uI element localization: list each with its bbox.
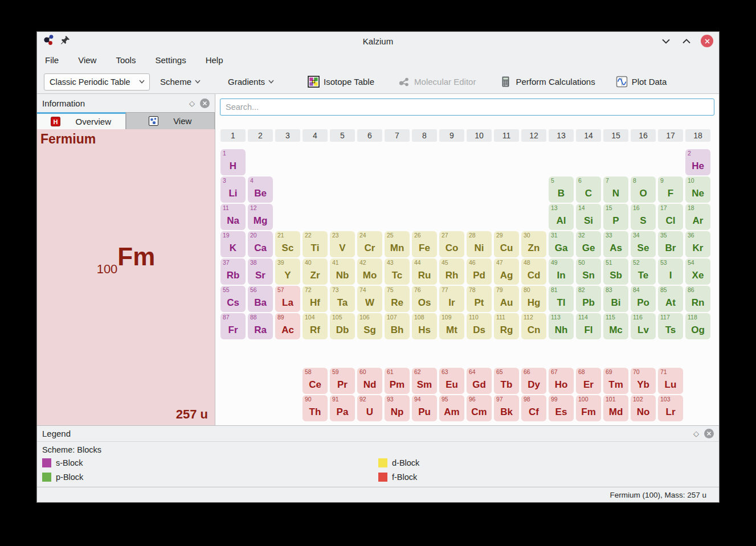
element-cell-Th[interactable]: 90Th (303, 395, 328, 421)
element-cell-Rb[interactable]: 37Rb (220, 258, 246, 285)
element-cell-Er[interactable]: 68Er (576, 368, 601, 394)
element-cell-Ra[interactable]: 88Ra (248, 313, 273, 339)
element-cell-Gd[interactable]: 64Gd (467, 368, 492, 394)
minimize-button[interactable] (660, 35, 672, 47)
element-cell-Yb[interactable]: 70Yb (631, 368, 656, 394)
element-cell-Rn[interactable]: 86Rn (685, 286, 710, 312)
element-cell-Np[interactable]: 93Np (385, 395, 410, 421)
element-cell-As[interactable]: 33As (603, 231, 628, 257)
menu-settings[interactable]: Settings (155, 55, 186, 65)
element-cell-Co[interactable]: 27Co (439, 231, 464, 257)
element-cell-Cf[interactable]: 98Cf (521, 395, 546, 421)
element-cell-Bi[interactable]: 83Bi (603, 286, 628, 312)
element-cell-Ho[interactable]: 67Ho (549, 368, 574, 394)
element-cell-Sb[interactable]: 51Sb (603, 258, 628, 285)
element-cell-Rg[interactable]: 111Rg (494, 313, 519, 339)
element-cell-Kr[interactable]: 36Kr (685, 231, 710, 257)
element-cell-Nd[interactable]: 60Nd (357, 368, 382, 394)
pin-icon[interactable] (60, 35, 70, 47)
element-cell-Cm[interactable]: 96Cm (467, 395, 492, 421)
element-cell-Md[interactable]: 101Md (603, 395, 628, 421)
element-cell-Db[interactable]: 105Db (330, 313, 355, 339)
element-cell-U[interactable]: 92U (357, 395, 382, 421)
element-cell-Pd[interactable]: 46Pd (467, 258, 492, 285)
element-cell-Sn[interactable]: 50Sn (576, 258, 601, 285)
element-cell-Bh[interactable]: 107Bh (385, 313, 410, 339)
element-cell-Sc[interactable]: 21Sc (275, 231, 300, 257)
element-cell-Mc[interactable]: 115Mc (603, 313, 628, 339)
element-cell-Cd[interactable]: 48Cd (521, 258, 546, 285)
element-cell-Pa[interactable]: 91Pa (330, 395, 355, 421)
element-cell-Eu[interactable]: 63Eu (439, 368, 464, 394)
element-cell-Ir[interactable]: 77Ir (439, 286, 464, 312)
menu-view[interactable]: View (78, 55, 96, 65)
element-cell-Hg[interactable]: 80Hg (521, 286, 546, 312)
element-cell-Si[interactable]: 14Si (576, 204, 601, 230)
element-cell-In[interactable]: 49In (549, 258, 574, 285)
element-cell-C[interactable]: 6C (576, 176, 601, 203)
element-cell-Lu[interactable]: 71Lu (658, 368, 683, 394)
tab-view[interactable]: View (126, 112, 215, 129)
element-cell-Cl[interactable]: 17Cl (658, 204, 683, 230)
menu-help[interactable]: Help (206, 55, 223, 65)
menu-file[interactable]: File (45, 55, 59, 65)
float-panel-icon[interactable]: ◇ (189, 99, 195, 108)
element-cell-W[interactable]: 74W (357, 286, 382, 312)
element-cell-Al[interactable]: 13Al (549, 204, 574, 230)
panel-close-icon[interactable] (200, 98, 210, 108)
element-cell-Au[interactable]: 79Au (494, 286, 519, 312)
element-cell-Og[interactable]: 118Og (685, 313, 710, 339)
element-cell-Am[interactable]: 95Am (439, 395, 464, 421)
element-cell-F[interactable]: 9F (658, 176, 683, 203)
gradients-dropdown[interactable]: Gradients (223, 73, 279, 91)
legend-close-icon[interactable] (704, 429, 714, 438)
menu-tools[interactable]: Tools (116, 55, 136, 65)
element-cell-Tm[interactable]: 69Tm (603, 368, 628, 394)
element-cell-Lv[interactable]: 116Lv (631, 313, 656, 339)
element-cell-Sg[interactable]: 106Sg (357, 313, 382, 339)
element-cell-Fm[interactable]: 100Fm (576, 395, 601, 421)
element-cell-Po[interactable]: 84Po (631, 286, 656, 312)
element-cell-Mn[interactable]: 25Mn (385, 231, 410, 257)
element-cell-Pr[interactable]: 59Pr (330, 368, 355, 394)
element-cell-No[interactable]: 102No (631, 395, 656, 421)
element-cell-Ru[interactable]: 44Ru (412, 258, 437, 285)
element-cell-Ge[interactable]: 32Ge (576, 231, 601, 257)
element-cell-At[interactable]: 85At (658, 286, 683, 312)
element-cell-Li[interactable]: 3Li (220, 176, 246, 203)
element-cell-Ne[interactable]: 10Ne (685, 176, 710, 203)
element-cell-Lr[interactable]: 103Lr (658, 395, 683, 421)
element-cell-Ni[interactable]: 28Ni (467, 231, 492, 257)
element-cell-Tl[interactable]: 81Tl (549, 286, 574, 312)
element-cell-Ta[interactable]: 73Ta (330, 286, 355, 312)
element-cell-Se[interactable]: 34Se (631, 231, 656, 257)
element-cell-Sr[interactable]: 38Sr (248, 258, 273, 285)
close-button[interactable] (701, 35, 713, 47)
element-cell-Ds[interactable]: 110Ds (467, 313, 492, 339)
element-cell-Fr[interactable]: 87Fr (220, 313, 246, 339)
element-cell-Te[interactable]: 52Te (631, 258, 656, 285)
element-cell-Pu[interactable]: 94Pu (412, 395, 437, 421)
isotope-table-button[interactable]: Isotope Table (303, 73, 379, 91)
element-cell-Mg[interactable]: 12Mg (248, 204, 273, 230)
element-cell-Re[interactable]: 75Re (385, 286, 410, 312)
title-bar[interactable]: Kalzium (37, 32, 719, 50)
element-cell-He[interactable]: 2He (685, 149, 710, 175)
element-cell-P[interactable]: 15P (603, 204, 628, 230)
element-cell-Rf[interactable]: 104Rf (303, 313, 328, 339)
element-cell-Na[interactable]: 11Na (220, 204, 246, 230)
element-cell-Nh[interactable]: 113Nh (549, 313, 574, 339)
element-cell-Cs[interactable]: 55Cs (220, 286, 246, 312)
element-cell-Ac[interactable]: 89Ac (275, 313, 300, 339)
element-cell-B[interactable]: 5B (549, 176, 574, 203)
element-cell-Dy[interactable]: 66Dy (521, 368, 546, 394)
element-cell-S[interactable]: 16S (631, 204, 656, 230)
element-cell-Ce[interactable]: 58Ce (303, 368, 328, 394)
element-cell-K[interactable]: 19K (220, 231, 246, 257)
element-cell-N[interactable]: 7N (603, 176, 628, 203)
tab-overview[interactable]: H Overview (37, 112, 126, 129)
element-cell-La[interactable]: 57La (275, 286, 300, 312)
element-cell-Zr[interactable]: 40Zr (303, 258, 328, 285)
element-cell-Ti[interactable]: 22Ti (303, 231, 328, 257)
element-cell-Pt[interactable]: 78Pt (467, 286, 492, 312)
